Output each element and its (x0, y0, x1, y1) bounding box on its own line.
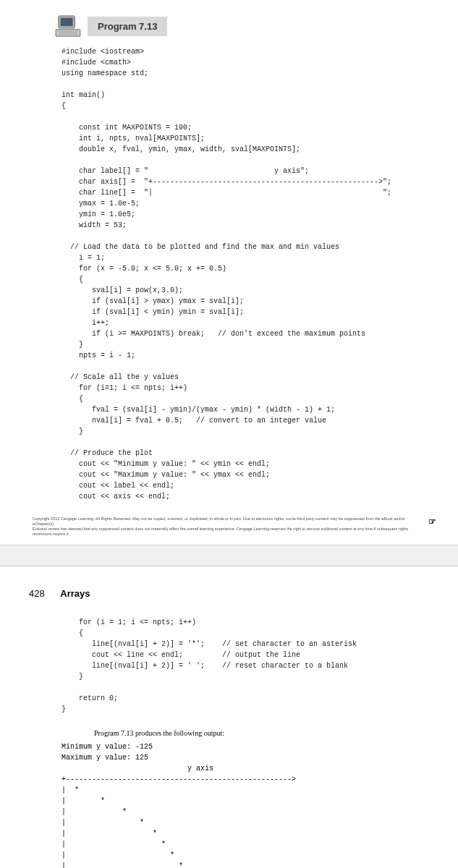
page-separator (0, 545, 458, 566)
computer-icon (54, 14, 82, 38)
page-1: Program 7.13 #include <iostream> #includ… (0, 0, 458, 545)
output-intro: Program 7.13 produces the following outp… (94, 729, 436, 737)
copyright-line-1: Copyright 2012 Cengage Learning. All Rig… (33, 516, 425, 527)
code-block-2: for (i = 1; i <= npts; i++) { line[(nval… (62, 617, 436, 715)
page-number: 428 (29, 588, 45, 599)
page-2: 428 Arrays for (i = 1; i <= npts; i++) {… (0, 566, 458, 868)
svg-rect-1 (61, 18, 73, 26)
page-header: 428 Arrays (29, 588, 436, 599)
chapter-title: Arrays (60, 588, 90, 599)
output-block: Minimum y value: -125 Maximum y value: 1… (62, 741, 436, 868)
page-break-icon: ☞ (428, 516, 436, 527)
copyright-line-2: Editorial review has deemed that any sup… (33, 527, 425, 537)
program-title: Program 7.13 (88, 17, 167, 36)
code-block-1: #include <iostream> #include <cmath> usi… (62, 46, 436, 502)
copyright-notice: Copyright 2012 Cengage Learning. All Rig… (22, 516, 436, 537)
program-header: Program 7.13 (54, 14, 436, 38)
